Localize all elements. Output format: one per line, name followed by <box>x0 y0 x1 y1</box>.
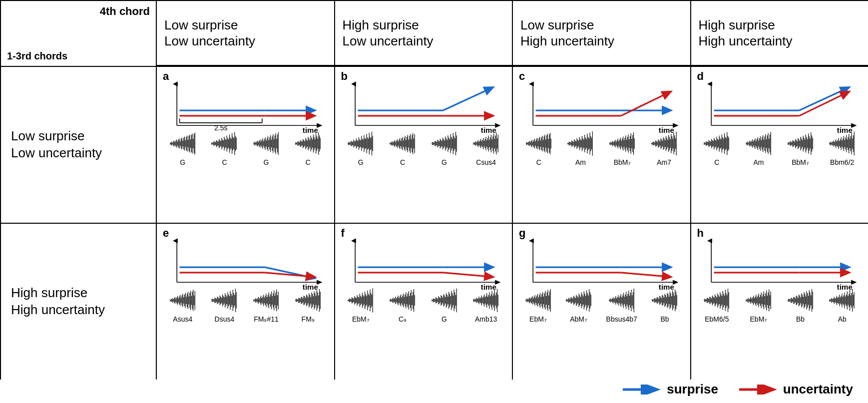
waveform-item-d-2: BbM₇ <box>788 130 814 166</box>
waveform-item-a-3: C <box>295 130 321 166</box>
waveform-item-g-3: Bb <box>652 287 678 323</box>
svg-line-264 <box>621 92 670 115</box>
chord-label-g-0: EbM₇ <box>529 315 547 323</box>
legend-surprise: surprise <box>622 382 718 397</box>
chord-label-h-1: EbM₇ <box>750 315 768 323</box>
waveform-item-c-3: Am7 <box>651 130 677 166</box>
waveform-bar-f-3 <box>473 287 499 314</box>
waveform-item-c-2: BbM₇ <box>609 130 635 166</box>
chord-header-bottom: 1-3rd chords <box>7 50 67 62</box>
waveform-bar-a-1 <box>211 130 237 157</box>
chart-f: time <box>340 233 507 283</box>
waveform-item-g-2: Bbsus4b7 <box>606 287 637 323</box>
svg-line-389 <box>799 88 848 110</box>
waveform-item-h-3: Ab <box>829 287 855 323</box>
waveform-bar-f-0 <box>348 287 374 314</box>
waveform-item-f-2: G <box>432 287 457 323</box>
waveform-item-a-0: G <box>170 130 196 166</box>
chord-label-e-3: FM₉ <box>302 315 315 323</box>
chord-label-g-2: Bbsus4b7 <box>606 315 637 323</box>
row-header-1: High surprise High uncertainty <box>1 223 156 380</box>
waveform-item-f-0: EbM₇ <box>348 287 374 323</box>
chord-label-f-0: EbM₇ <box>352 315 370 323</box>
cell-h: h timeEbM6/5EbM₇BbAb <box>690 223 868 380</box>
waveform-bar-h-1 <box>746 287 772 314</box>
row-header-0: Low surprise Low uncertainty <box>1 66 156 223</box>
cell-c: c timeCAmBbM₇Am7 <box>512 66 690 223</box>
waveform-item-a-2: G <box>253 130 279 166</box>
svg-line-772 <box>621 273 670 277</box>
waveform-item-h-1: EbM₇ <box>746 287 772 323</box>
cell-d: d timeCAmBbM₇Bbm6/2 <box>690 66 868 223</box>
waveform-item-c-1: Am <box>567 130 593 166</box>
chord-label-b-1: C <box>400 158 405 166</box>
waveform-bar-b-2 <box>432 130 457 157</box>
chord-label-h-2: Bb <box>796 315 805 323</box>
chord-label-e-0: Asus4 <box>173 315 192 323</box>
chart-e: time <box>162 233 329 283</box>
waveform-item-d-3: Bbm6/2 <box>829 130 855 166</box>
chord-label-b-3: Csus4 <box>476 158 496 166</box>
chord-label-e-2: FM₉#11 <box>254 315 279 323</box>
waveform-item-b-1: C <box>390 130 416 166</box>
waveform-bar-e-1 <box>211 287 237 314</box>
waveform-bar-d-1 <box>746 130 772 157</box>
waveform-bar-b-0 <box>348 130 374 157</box>
svg-line-391 <box>799 92 848 115</box>
waveform-bar-h-2 <box>788 287 814 314</box>
waveform-item-a-1: C <box>211 130 237 166</box>
surprise-arrow-icon <box>622 385 662 395</box>
waveform-item-b-3: Csus4 <box>473 130 499 166</box>
col-header-1: High surprise Low uncertainty <box>334 1 512 66</box>
chord-label-a-0: G <box>180 158 185 166</box>
chart-g: time <box>518 233 685 283</box>
chord-label-d-3: Bbm6/2 <box>830 158 854 166</box>
uncertainty-arrow-icon <box>738 385 778 395</box>
chord-label-g-1: AbM₇ <box>570 315 587 323</box>
waveform-bar-g-0 <box>525 287 551 314</box>
waveform-item-g-0: EbM₇ <box>525 287 551 323</box>
waveform-item-b-0: G <box>348 130 374 166</box>
waveform-bar-c-3 <box>651 130 677 157</box>
chord-label-f-2: G <box>441 315 447 323</box>
waveform-item-c-0: C <box>526 130 552 166</box>
waveform-bar-d-0 <box>704 130 730 157</box>
surprise-label: surprise <box>667 382 718 397</box>
waveform-item-g-1: AbM₇ <box>566 287 592 323</box>
chord-label-d-2: BbM₇ <box>792 158 809 166</box>
waveform-item-e-2: FM₉#11 <box>253 287 279 323</box>
chord-label-c-3: Am7 <box>657 158 671 166</box>
chord-label-f-3: Amb13 <box>475 315 497 323</box>
waveform-item-b-2: G <box>432 130 457 166</box>
waveform-bar-c-1 <box>567 130 593 157</box>
col-header-3: High surprise High uncertainty <box>690 1 868 66</box>
header-diagonal: 4th chord 1-3rd chords <box>1 1 156 66</box>
col-header-0: Low surprise Low uncertainty <box>156 1 334 66</box>
chord-label-b-0: G <box>358 158 364 166</box>
waveform-item-f-3: Amb13 <box>473 287 499 323</box>
waveform-bar-g-3 <box>652 287 678 314</box>
chord-label-a-1: C <box>222 158 227 166</box>
cell-f: f timeEbM₇C₉GAmb13 <box>334 223 512 380</box>
chord-header-top: 4th chord <box>100 5 150 18</box>
waveform-bar-b-1 <box>390 130 416 157</box>
chord-label-a-2: G <box>264 158 269 166</box>
chart-d: time <box>696 76 864 126</box>
waveform-item-e-0: Asus4 <box>170 287 196 323</box>
waveform-bar-e-3 <box>295 287 321 314</box>
waveform-bar-a-0 <box>170 130 196 157</box>
cell-a: a time2.5sGCGC <box>156 66 334 223</box>
waveform-item-h-2: Bb <box>788 287 814 323</box>
waveform-bar-e-2 <box>253 287 279 314</box>
uncertainty-label: uncertainty <box>783 382 853 397</box>
chord-label-g-3: Bb <box>660 315 669 323</box>
waveform-bar-c-2 <box>609 130 635 157</box>
waveform-bar-c-0 <box>526 130 552 157</box>
waveform-item-e-3: FM₉ <box>295 287 321 323</box>
legend-uncertainty: uncertainty <box>738 382 853 397</box>
waveform-bar-h-3 <box>829 287 855 314</box>
svg-line-645 <box>443 273 492 277</box>
chord-label-c-1: Am <box>575 158 586 166</box>
waveform-item-d-0: C <box>704 130 730 166</box>
waveform-item-d-1: Am <box>746 130 772 166</box>
